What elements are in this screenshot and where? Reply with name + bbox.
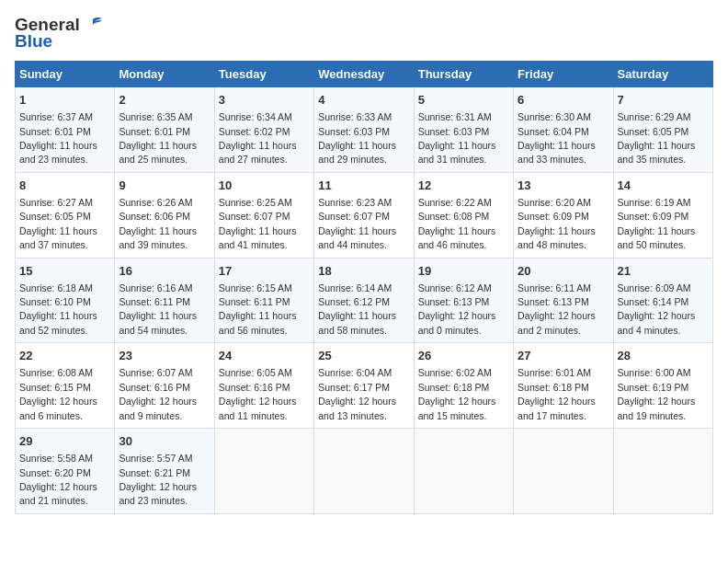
calendar-week-row: 29 Sunrise: 5:58 AMSunset: 6:20 PMDaylig… [16, 429, 713, 514]
day-info: Sunrise: 5:58 AMSunset: 6:20 PMDaylight:… [19, 453, 97, 506]
calendar-cell: 26 Sunrise: 6:02 AMSunset: 6:18 PMDaylig… [414, 343, 513, 429]
calendar-week-row: 8 Sunrise: 6:27 AMSunset: 6:05 PMDayligh… [16, 172, 713, 258]
day-number: 30 [119, 433, 210, 450]
calendar-cell: 19 Sunrise: 6:12 AMSunset: 6:13 PMDaylig… [414, 258, 513, 343]
day-number: 11 [318, 178, 409, 194]
day-of-week-header: Saturday [613, 62, 712, 87]
day-number: 22 [19, 348, 110, 364]
calendar-cell: 8 Sunrise: 6:27 AMSunset: 6:05 PMDayligh… [16, 172, 115, 258]
day-info: Sunrise: 6:15 AMSunset: 6:11 PMDaylight:… [219, 282, 297, 336]
calendar-cell [314, 429, 414, 514]
day-of-week-header: Wednesday [314, 62, 414, 87]
logo-blue-text: Blue [15, 31, 52, 52]
day-number: 19 [418, 263, 509, 280]
calendar-cell [414, 429, 513, 514]
calendar-week-row: 1 Sunrise: 6:37 AMSunset: 6:01 PMDayligh… [16, 87, 713, 173]
day-number: 13 [518, 178, 609, 194]
day-info: Sunrise: 6:08 AMSunset: 6:15 PMDaylight:… [19, 367, 97, 420]
day-number: 10 [219, 178, 310, 194]
day-of-week-header: Monday [115, 62, 214, 87]
calendar-cell: 18 Sunrise: 6:14 AMSunset: 6:12 PMDaylig… [314, 258, 414, 343]
calendar-cell: 22 Sunrise: 6:08 AMSunset: 6:15 PMDaylig… [16, 343, 115, 429]
calendar-cell: 1 Sunrise: 6:37 AMSunset: 6:01 PMDayligh… [16, 87, 115, 173]
day-info: Sunrise: 6:05 AMSunset: 6:16 PMDaylight:… [219, 367, 297, 420]
day-number: 7 [618, 92, 709, 109]
day-number: 1 [19, 92, 110, 109]
day-number: 27 [518, 348, 609, 364]
day-number: 8 [19, 178, 110, 194]
calendar-cell: 24 Sunrise: 6:05 AMSunset: 6:16 PMDaylig… [214, 343, 313, 429]
calendar-table: SundayMondayTuesdayWednesdayThursdayFrid… [15, 61, 713, 514]
day-number: 5 [418, 92, 509, 109]
calendar-cell: 15 Sunrise: 6:18 AMSunset: 6:10 PMDaylig… [16, 258, 115, 343]
day-number: 14 [618, 178, 709, 194]
day-of-week-header: Tuesday [214, 62, 313, 87]
day-number: 21 [618, 263, 709, 280]
day-info: Sunrise: 6:31 AMSunset: 6:03 PMDaylight:… [418, 111, 496, 165]
day-info: Sunrise: 6:14 AMSunset: 6:12 PMDaylight:… [318, 282, 396, 336]
day-number: 25 [318, 348, 409, 364]
calendar-cell: 20 Sunrise: 6:11 AMSunset: 6:13 PMDaylig… [514, 258, 613, 343]
day-number: 26 [418, 348, 509, 364]
logo-bird-icon [82, 16, 104, 34]
day-info: Sunrise: 6:27 AMSunset: 6:05 PMDaylight:… [19, 197, 97, 250]
day-number: 24 [219, 348, 310, 364]
day-info: Sunrise: 6:34 AMSunset: 6:02 PMDaylight:… [219, 111, 297, 165]
day-info: Sunrise: 6:26 AMSunset: 6:06 PMDaylight:… [119, 197, 197, 250]
calendar-cell: 17 Sunrise: 6:15 AMSunset: 6:11 PMDaylig… [214, 258, 313, 343]
day-info: Sunrise: 6:29 AMSunset: 6:05 PMDaylight:… [618, 111, 696, 165]
page-header: General Blue [15, 15, 713, 52]
day-info: Sunrise: 6:20 AMSunset: 6:09 PMDaylight:… [518, 197, 596, 250]
day-number: 16 [119, 263, 210, 280]
day-of-week-header: Friday [514, 62, 613, 87]
calendar-cell: 9 Sunrise: 6:26 AMSunset: 6:06 PMDayligh… [115, 172, 214, 258]
calendar-cell [514, 429, 613, 514]
calendar-cell: 25 Sunrise: 6:04 AMSunset: 6:17 PMDaylig… [314, 343, 414, 429]
day-info: Sunrise: 6:12 AMSunset: 6:13 PMDaylight:… [418, 282, 496, 336]
day-info: Sunrise: 6:35 AMSunset: 6:01 PMDaylight:… [119, 111, 197, 165]
calendar-cell: 27 Sunrise: 6:01 AMSunset: 6:18 PMDaylig… [514, 343, 613, 429]
day-number: 6 [518, 92, 609, 109]
calendar-cell: 13 Sunrise: 6:20 AMSunset: 6:09 PMDaylig… [514, 172, 613, 258]
calendar-cell: 14 Sunrise: 6:19 AMSunset: 6:09 PMDaylig… [613, 172, 712, 258]
day-number: 20 [518, 263, 609, 280]
calendar-cell: 3 Sunrise: 6:34 AMSunset: 6:02 PMDayligh… [214, 87, 313, 173]
calendar-cell: 4 Sunrise: 6:33 AMSunset: 6:03 PMDayligh… [314, 87, 414, 173]
day-info: Sunrise: 6:19 AMSunset: 6:09 PMDaylight:… [618, 197, 696, 250]
calendar-cell: 30 Sunrise: 5:57 AMSunset: 6:21 PMDaylig… [115, 429, 214, 514]
day-info: Sunrise: 6:01 AMSunset: 6:18 PMDaylight:… [518, 367, 596, 420]
calendar-header-row: SundayMondayTuesdayWednesdayThursdayFrid… [16, 62, 713, 87]
day-info: Sunrise: 6:11 AMSunset: 6:13 PMDaylight:… [518, 282, 596, 336]
day-number: 3 [219, 92, 310, 109]
day-number: 28 [618, 348, 709, 364]
calendar-cell [613, 429, 712, 514]
calendar-week-row: 22 Sunrise: 6:08 AMSunset: 6:15 PMDaylig… [16, 343, 713, 429]
day-info: Sunrise: 6:22 AMSunset: 6:08 PMDaylight:… [418, 197, 496, 250]
day-number: 2 [119, 92, 210, 109]
calendar-cell: 21 Sunrise: 6:09 AMSunset: 6:14 PMDaylig… [613, 258, 712, 343]
day-number: 29 [19, 433, 110, 450]
day-info: Sunrise: 6:18 AMSunset: 6:10 PMDaylight:… [19, 282, 97, 336]
calendar-cell: 6 Sunrise: 6:30 AMSunset: 6:04 PMDayligh… [514, 87, 613, 173]
day-info: Sunrise: 6:02 AMSunset: 6:18 PMDaylight:… [418, 367, 496, 420]
day-info: Sunrise: 6:04 AMSunset: 6:17 PMDaylight:… [318, 367, 396, 420]
calendar-cell: 5 Sunrise: 6:31 AMSunset: 6:03 PMDayligh… [414, 87, 513, 173]
day-info: Sunrise: 6:37 AMSunset: 6:01 PMDaylight:… [19, 111, 97, 165]
calendar-cell: 23 Sunrise: 6:07 AMSunset: 6:16 PMDaylig… [115, 343, 214, 429]
day-info: Sunrise: 6:07 AMSunset: 6:16 PMDaylight:… [119, 367, 197, 420]
day-number: 4 [318, 92, 409, 109]
calendar-cell: 11 Sunrise: 6:23 AMSunset: 6:07 PMDaylig… [314, 172, 414, 258]
calendar-cell: 10 Sunrise: 6:25 AMSunset: 6:07 PMDaylig… [214, 172, 313, 258]
calendar-cell [214, 429, 313, 514]
day-number: 18 [318, 263, 409, 280]
logo: General Blue [15, 15, 104, 52]
calendar-cell: 7 Sunrise: 6:29 AMSunset: 6:05 PMDayligh… [613, 87, 712, 173]
calendar-cell: 2 Sunrise: 6:35 AMSunset: 6:01 PMDayligh… [115, 87, 214, 173]
day-info: Sunrise: 6:23 AMSunset: 6:07 PMDaylight:… [318, 197, 396, 250]
day-info: Sunrise: 6:09 AMSunset: 6:14 PMDaylight:… [618, 282, 696, 336]
day-info: Sunrise: 5:57 AMSunset: 6:21 PMDaylight:… [119, 453, 197, 506]
day-info: Sunrise: 6:00 AMSunset: 6:19 PMDaylight:… [618, 367, 696, 420]
day-of-week-header: Sunday [16, 62, 115, 87]
calendar-cell: 28 Sunrise: 6:00 AMSunset: 6:19 PMDaylig… [613, 343, 712, 429]
day-number: 9 [119, 178, 210, 194]
